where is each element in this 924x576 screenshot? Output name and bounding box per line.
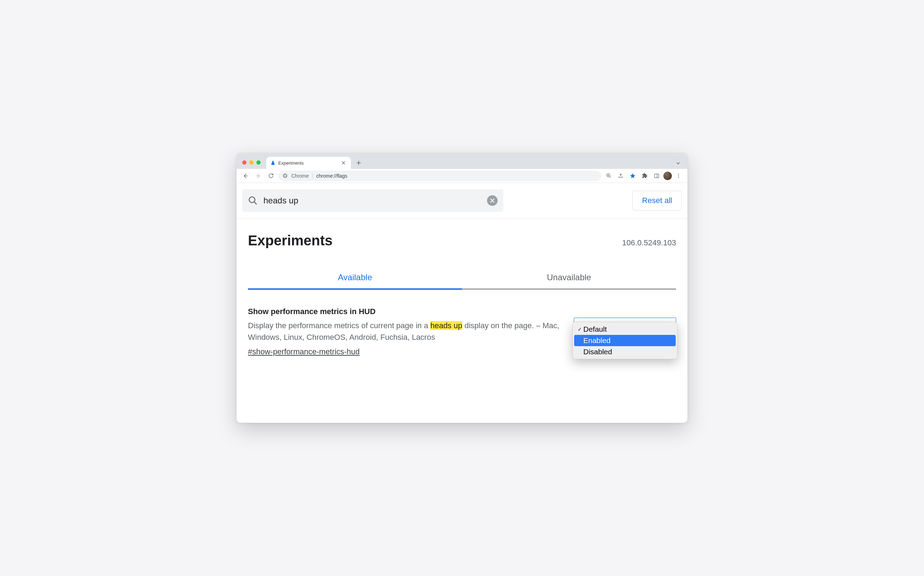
new-tab-button[interactable] bbox=[354, 158, 364, 168]
tab-title: Experiments bbox=[278, 160, 338, 166]
page-title: Experiments bbox=[248, 233, 333, 248]
fullscreen-window-button[interactable] bbox=[256, 160, 261, 165]
clear-search-button[interactable] bbox=[487, 195, 498, 206]
back-button[interactable] bbox=[240, 171, 251, 181]
omnibox-divider bbox=[312, 173, 313, 179]
zoom-icon[interactable] bbox=[604, 171, 614, 181]
tab-available[interactable]: Available bbox=[248, 266, 462, 289]
flask-icon bbox=[271, 160, 275, 165]
share-icon[interactable] bbox=[615, 171, 626, 181]
experiment-tabs: Available Unavailable bbox=[248, 266, 676, 290]
reset-all-button[interactable]: Reset all bbox=[633, 191, 682, 210]
dropdown-option-enabled[interactable]: Enabled bbox=[574, 335, 676, 346]
svg-point-4 bbox=[678, 174, 679, 174]
window-controls bbox=[240, 160, 263, 169]
extensions-icon[interactable] bbox=[639, 171, 650, 181]
flags-page: Reset all Experiments 106.0.5249.103 Ava… bbox=[237, 183, 687, 422]
flag-description: Display the performance metrics of curre… bbox=[248, 320, 560, 343]
reload-button[interactable] bbox=[266, 171, 276, 181]
toolbar-actions bbox=[604, 171, 684, 181]
tab-list-caret-icon[interactable] bbox=[676, 161, 684, 169]
browser-toolbar: Chrome chrome://flags bbox=[237, 169, 687, 183]
search-row: Reset all bbox=[237, 183, 687, 219]
flag-desc-pre: Display the performance metrics of curre… bbox=[248, 321, 430, 330]
svg-point-1 bbox=[284, 175, 286, 177]
chrome-icon bbox=[282, 173, 288, 178]
svg-rect-3 bbox=[655, 174, 659, 178]
search-box bbox=[242, 189, 503, 212]
svg-point-5 bbox=[678, 175, 679, 176]
flag-dropdown[interactable]: ✓ Default Enabled Disabled bbox=[574, 307, 676, 318]
side-panel-icon[interactable] bbox=[652, 171, 662, 181]
forward-button[interactable] bbox=[253, 171, 263, 181]
flag-anchor-link[interactable]: #show-performance-metrics-hud bbox=[248, 347, 360, 356]
browser-tab[interactable]: Experiments bbox=[266, 157, 351, 169]
dropdown-option-disabled[interactable]: Disabled bbox=[574, 346, 676, 357]
option-label: Default bbox=[583, 325, 607, 333]
close-tab-icon[interactable] bbox=[340, 160, 347, 165]
flag-entry: Show performance metrics in HUD Display … bbox=[248, 307, 676, 357]
page-content: Experiments 106.0.5249.103 Available Una… bbox=[237, 219, 687, 378]
search-icon bbox=[248, 196, 258, 205]
origin-label: Chrome bbox=[291, 173, 309, 179]
kebab-menu-icon[interactable] bbox=[673, 171, 684, 181]
version-label: 106.0.5249.103 bbox=[622, 238, 676, 248]
tab-unavailable[interactable]: Unavailable bbox=[462, 266, 676, 289]
flag-desc-highlight: heads up bbox=[430, 321, 462, 330]
profile-avatar[interactable] bbox=[663, 172, 672, 180]
tab-strip: Experiments bbox=[237, 154, 687, 169]
browser-window: Experiments Chrome chrom bbox=[236, 153, 688, 423]
dropdown-menu: ✓ Default Enabled Disabled bbox=[572, 322, 677, 359]
check-icon: ✓ bbox=[577, 326, 583, 332]
url-text: chrome://flags bbox=[316, 173, 348, 179]
search-input[interactable] bbox=[263, 196, 481, 205]
svg-point-6 bbox=[678, 177, 679, 178]
option-label: Disabled bbox=[583, 347, 612, 356]
option-label: Enabled bbox=[583, 336, 610, 345]
minimize-window-button[interactable] bbox=[249, 160, 253, 165]
flag-title: Show performance metrics in HUD bbox=[248, 307, 560, 316]
bookmark-star-icon[interactable] bbox=[628, 171, 638, 181]
close-window-button[interactable] bbox=[242, 160, 247, 165]
dropdown-option-default[interactable]: ✓ Default bbox=[574, 323, 676, 335]
address-bar[interactable]: Chrome chrome://flags bbox=[278, 171, 601, 181]
